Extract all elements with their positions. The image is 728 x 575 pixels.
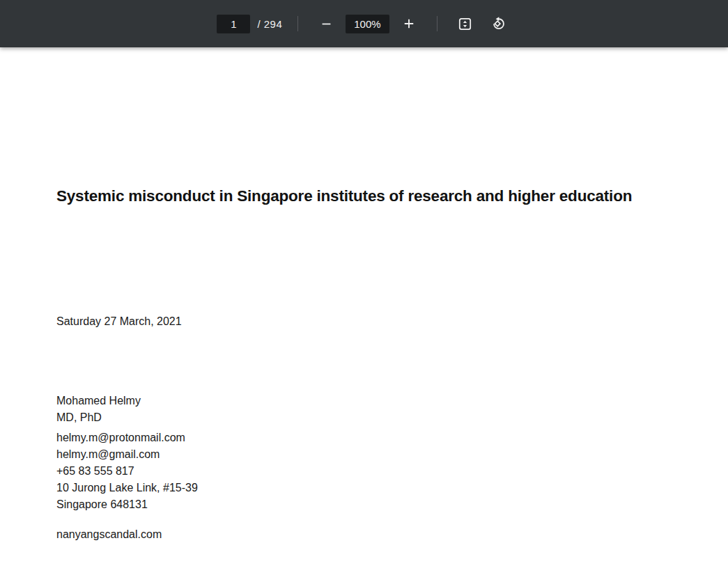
email-protonmail: helmy.m@protonmail.com [56,430,198,446]
phone-number: +65 83 555 817 [56,463,198,480]
zoom-controls-group: 100% [313,11,421,36]
address-line-1: 10 Jurong Lake Link, #15-39 [56,480,198,496]
rotate-counterclockwise-button[interactable] [486,11,511,36]
pdf-toolbar: / 294 100% [0,0,728,47]
author-name: Mohamed Helmy [56,393,141,409]
zoom-out-button[interactable] [313,11,339,36]
document-date: Saturday 27 March, 2021 [56,315,182,328]
zoom-level-display[interactable]: 100% [346,15,389,33]
contact-block: helmy.m@protonmail.com helmy.m@gmail.com… [56,430,198,513]
view-controls-group [453,11,511,36]
page-count-label: / 294 [257,18,282,30]
author-credentials: MD, PhD [56,409,141,426]
page-number-input[interactable] [217,15,250,33]
author-block: Mohamed Helmy MD, PhD [56,393,141,426]
fit-to-page-button[interactable] [453,11,478,36]
address-line-2: Singapore 648131 [56,496,198,513]
zoom-in-button[interactable] [396,11,421,36]
toolbar-divider [297,16,298,31]
email-gmail: helmy.m@gmail.com [56,446,198,463]
toolbar-divider [437,16,437,31]
page-navigation-group: / 294 [217,15,282,33]
plus-icon [402,17,416,31]
rotate-counterclockwise-icon [491,16,506,31]
website-url: nanyangscandal.com [56,528,162,541]
document-title: Systemic misconduct in Singapore institu… [56,184,632,208]
pdf-page: Systemic misconduct in Singapore institu… [0,47,728,575]
minus-icon [320,17,333,31]
fit-to-page-icon [458,17,472,31]
